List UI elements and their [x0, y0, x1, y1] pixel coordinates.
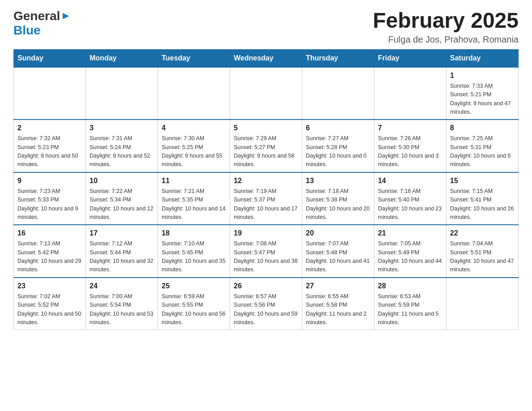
- day-number: 12: [234, 176, 298, 186]
- calendar-header-wednesday: Wednesday: [230, 49, 302, 67]
- calendar-day-cell: 22Sunrise: 7:04 AMSunset: 5:51 PMDayligh…: [446, 225, 519, 278]
- day-info: Sunrise: 6:55 AMSunset: 5:58 PMDaylight:…: [306, 293, 367, 325]
- day-info: Sunrise: 7:16 AMSunset: 5:40 PMDaylight:…: [378, 188, 442, 220]
- calendar-day-cell: 1Sunrise: 7:33 AMSunset: 5:21 PMDaylight…: [446, 67, 519, 120]
- calendar-day-cell: [230, 67, 302, 120]
- calendar-table: SundayMondayTuesdayWednesdayThursdayFrid…: [13, 49, 519, 330]
- day-number: 8: [450, 123, 515, 133]
- day-info: Sunrise: 7:32 AMSunset: 5:23 PMDaylight:…: [17, 135, 78, 167]
- day-info: Sunrise: 7:02 AMSunset: 5:52 PMDaylight:…: [17, 293, 81, 325]
- day-info: Sunrise: 7:13 AMSunset: 5:42 PMDaylight:…: [17, 240, 81, 273]
- calendar-day-cell: 16Sunrise: 7:13 AMSunset: 5:42 PMDayligh…: [14, 225, 86, 278]
- day-number: 25: [162, 281, 226, 291]
- calendar-day-cell: 23Sunrise: 7:02 AMSunset: 5:52 PMDayligh…: [14, 278, 86, 330]
- day-info: Sunrise: 7:22 AMSunset: 5:34 PMDaylight:…: [90, 188, 153, 220]
- day-number: 6: [306, 123, 370, 133]
- calendar-header-thursday: Thursday: [302, 49, 374, 67]
- calendar-day-cell: 15Sunrise: 7:15 AMSunset: 5:41 PMDayligh…: [446, 172, 519, 225]
- calendar-day-cell: 17Sunrise: 7:12 AMSunset: 5:44 PMDayligh…: [86, 225, 158, 278]
- day-info: Sunrise: 6:59 AMSunset: 5:55 PMDaylight:…: [162, 293, 225, 325]
- calendar-day-cell: 18Sunrise: 7:10 AMSunset: 5:45 PMDayligh…: [158, 225, 230, 278]
- calendar-day-cell: 13Sunrise: 7:18 AMSunset: 5:38 PMDayligh…: [302, 172, 374, 225]
- calendar-day-cell: 20Sunrise: 7:07 AMSunset: 5:48 PMDayligh…: [302, 225, 374, 278]
- day-number: 18: [162, 228, 226, 239]
- day-info: Sunrise: 7:00 AMSunset: 5:54 PMDaylight:…: [90, 293, 153, 325]
- month-title: February 2025: [373, 9, 519, 33]
- calendar-day-cell: [446, 278, 519, 330]
- calendar-day-cell: 2Sunrise: 7:32 AMSunset: 5:23 PMDaylight…: [14, 120, 86, 172]
- calendar-day-cell: 11Sunrise: 7:21 AMSunset: 5:35 PMDayligh…: [158, 172, 230, 225]
- page-header: General Blue February 2025 Fulga de Jos,…: [13, 9, 519, 45]
- logo-general-text: General: [13, 9, 60, 23]
- day-number: 24: [90, 281, 154, 291]
- logo-arrow-icon: [62, 12, 70, 22]
- day-info: Sunrise: 7:08 AMSunset: 5:47 PMDaylight:…: [234, 240, 297, 273]
- day-number: 5: [234, 123, 298, 133]
- day-number: 27: [306, 281, 370, 291]
- calendar-day-cell: 5Sunrise: 7:29 AMSunset: 5:27 PMDaylight…: [230, 120, 302, 172]
- day-info: Sunrise: 7:27 AMSunset: 5:28 PMDaylight:…: [306, 135, 367, 167]
- day-number: 11: [162, 176, 226, 186]
- day-number: 15: [450, 176, 515, 186]
- calendar-header-tuesday: Tuesday: [158, 49, 230, 67]
- calendar-header-monday: Monday: [86, 49, 158, 67]
- day-info: Sunrise: 7:10 AMSunset: 5:45 PMDaylight:…: [162, 240, 225, 273]
- calendar-day-cell: 25Sunrise: 6:59 AMSunset: 5:55 PMDayligh…: [158, 278, 230, 330]
- day-number: 13: [306, 176, 370, 186]
- day-info: Sunrise: 7:33 AMSunset: 5:21 PMDaylight:…: [450, 83, 511, 115]
- calendar-day-cell: 3Sunrise: 7:31 AMSunset: 5:24 PMDaylight…: [86, 120, 158, 172]
- day-number: 28: [378, 281, 442, 291]
- day-number: 3: [90, 123, 154, 133]
- day-number: 14: [378, 176, 442, 186]
- calendar-day-cell: 10Sunrise: 7:22 AMSunset: 5:34 PMDayligh…: [86, 172, 158, 225]
- day-number: 21: [378, 228, 442, 239]
- calendar-day-cell: 19Sunrise: 7:08 AMSunset: 5:47 PMDayligh…: [230, 225, 302, 278]
- logo-blue-text: Blue: [13, 23, 41, 37]
- day-info: Sunrise: 7:18 AMSunset: 5:38 PMDaylight:…: [306, 188, 369, 220]
- day-number: 7: [378, 123, 442, 133]
- day-info: Sunrise: 7:23 AMSunset: 5:33 PMDaylight:…: [17, 188, 78, 220]
- calendar-day-cell: 6Sunrise: 7:27 AMSunset: 5:28 PMDaylight…: [302, 120, 374, 172]
- day-info: Sunrise: 7:30 AMSunset: 5:25 PMDaylight:…: [162, 135, 223, 167]
- calendar-week-row: 9Sunrise: 7:23 AMSunset: 5:33 PMDaylight…: [14, 172, 519, 225]
- day-number: 19: [234, 228, 298, 239]
- day-info: Sunrise: 7:21 AMSunset: 5:35 PMDaylight:…: [162, 188, 225, 220]
- day-info: Sunrise: 7:31 AMSunset: 5:24 PMDaylight:…: [90, 135, 150, 167]
- calendar-week-row: 2Sunrise: 7:32 AMSunset: 5:23 PMDaylight…: [14, 120, 519, 172]
- location-text: Fulga de Jos, Prahova, Romania: [373, 34, 519, 45]
- day-number: 22: [450, 228, 515, 239]
- calendar-day-cell: [374, 67, 446, 120]
- calendar-header-row: SundayMondayTuesdayWednesdayThursdayFrid…: [14, 49, 519, 67]
- day-info: Sunrise: 7:05 AMSunset: 5:49 PMDaylight:…: [378, 240, 442, 273]
- day-info: Sunrise: 6:57 AMSunset: 5:56 PMDaylight:…: [234, 293, 297, 325]
- calendar-day-cell: 4Sunrise: 7:30 AMSunset: 5:25 PMDaylight…: [158, 120, 230, 172]
- day-info: Sunrise: 6:53 AMSunset: 5:59 PMDaylight:…: [378, 293, 439, 325]
- day-number: 20: [306, 228, 370, 239]
- day-info: Sunrise: 7:07 AMSunset: 5:48 PMDaylight:…: [306, 240, 369, 273]
- day-number: 4: [162, 123, 226, 133]
- day-number: 10: [90, 176, 154, 186]
- calendar-week-row: 16Sunrise: 7:13 AMSunset: 5:42 PMDayligh…: [14, 225, 519, 278]
- day-info: Sunrise: 7:29 AMSunset: 5:27 PMDaylight:…: [234, 135, 295, 167]
- calendar-day-cell: 27Sunrise: 6:55 AMSunset: 5:58 PMDayligh…: [302, 278, 374, 330]
- calendar-day-cell: 28Sunrise: 6:53 AMSunset: 5:59 PMDayligh…: [374, 278, 446, 330]
- calendar-day-cell: 21Sunrise: 7:05 AMSunset: 5:49 PMDayligh…: [374, 225, 446, 278]
- calendar-day-cell: 14Sunrise: 7:16 AMSunset: 5:40 PMDayligh…: [374, 172, 446, 225]
- calendar-header-saturday: Saturday: [446, 49, 519, 67]
- calendar-day-cell: 8Sunrise: 7:25 AMSunset: 5:31 PMDaylight…: [446, 120, 519, 172]
- day-info: Sunrise: 7:25 AMSunset: 5:31 PMDaylight:…: [450, 135, 511, 167]
- calendar-day-cell: 7Sunrise: 7:26 AMSunset: 5:30 PMDaylight…: [374, 120, 446, 172]
- day-info: Sunrise: 7:19 AMSunset: 5:37 PMDaylight:…: [234, 188, 297, 220]
- day-number: 16: [17, 228, 82, 239]
- calendar-header-sunday: Sunday: [14, 49, 86, 67]
- day-info: Sunrise: 7:26 AMSunset: 5:30 PMDaylight:…: [378, 135, 439, 167]
- calendar-day-cell: [14, 67, 86, 120]
- day-number: 26: [234, 281, 298, 291]
- calendar-day-cell: 26Sunrise: 6:57 AMSunset: 5:56 PMDayligh…: [230, 278, 302, 330]
- day-info: Sunrise: 7:15 AMSunset: 5:41 PMDaylight:…: [450, 188, 514, 220]
- calendar-day-cell: [86, 67, 158, 120]
- day-info: Sunrise: 7:04 AMSunset: 5:51 PMDaylight:…: [450, 240, 514, 273]
- calendar-day-cell: [158, 67, 230, 120]
- svg-marker-0: [63, 13, 69, 19]
- day-number: 23: [17, 281, 82, 291]
